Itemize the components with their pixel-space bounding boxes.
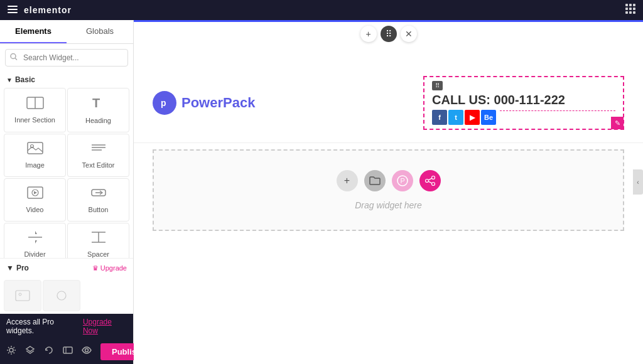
preview-icon[interactable]: [82, 345, 92, 358]
widget-divider-label: Divider: [24, 250, 45, 258]
widget-text-editor[interactable]: Text Editor: [67, 134, 129, 177]
tab-globals[interactable]: Globals: [67, 20, 133, 43]
svg-rect-17: [28, 142, 43, 154]
canvas-inner: + ⠿ ✕ p PowerPack: [134, 20, 643, 364]
arrow-icon: ▼: [6, 264, 14, 272]
widget-grid: Inner Section T Heading: [0, 88, 133, 258]
pro-item-2: [43, 280, 80, 311]
drag-handle[interactable]: ⠿: [432, 81, 443, 90]
youtube-icon[interactable]: ▶: [465, 110, 480, 125]
call-text: CALL US: 000-111-222: [432, 93, 615, 107]
widget-video-label: Video: [26, 206, 44, 213]
drag-template-button[interactable]: P: [392, 170, 413, 191]
widget-heading-label: Heading: [85, 117, 111, 124]
main-layout: Elements Globals ▼ Basic: [0, 20, 643, 364]
image-icon: [27, 142, 43, 158]
svg-line-50: [428, 178, 431, 180]
divider-icon: [27, 231, 43, 247]
search-input[interactable]: [5, 49, 128, 67]
logo-text-pack: Pack: [223, 95, 255, 110]
svg-marker-29: [35, 240, 37, 244]
widget-button-label: Button: [89, 206, 109, 213]
svg-point-37: [9, 348, 13, 352]
logo-area: p PowerPack: [153, 91, 255, 115]
tab-elements[interactable]: Elements: [0, 20, 67, 43]
svg-text:p: p: [161, 98, 166, 108]
pro-item-1: [4, 280, 41, 311]
svg-point-48: [431, 183, 435, 186]
inner-section-icon: [26, 97, 44, 112]
svg-point-35: [19, 293, 21, 296]
twitter-icon[interactable]: t: [448, 110, 463, 125]
widget-button[interactable]: Button: [67, 178, 129, 222]
drag-text: Drag widget here: [355, 200, 422, 210]
spacer-icon: [90, 231, 107, 247]
button-icon: [90, 186, 107, 202]
facebook-icon[interactable]: f: [432, 110, 447, 125]
svg-text:P: P: [400, 177, 404, 185]
logo-text-power: Power: [181, 95, 223, 110]
drag-zone-controls: + P: [337, 170, 441, 191]
canvas-area: + ⠿ ✕ p PowerPack: [134, 20, 643, 364]
widget-image[interactable]: Image: [4, 134, 66, 177]
pro-label: ▼ Pro: [6, 264, 29, 272]
section-basic-label: ▼ Basic: [0, 72, 133, 88]
svg-text:T: T: [92, 96, 100, 110]
svg-point-12: [11, 54, 16, 59]
heading-icon: T: [91, 96, 106, 113]
edit-pencil-button[interactable]: ✎: [611, 117, 624, 129]
svg-marker-24: [34, 191, 37, 195]
search-widget-container: [5, 49, 128, 67]
widget-inner-section[interactable]: Inner Section: [4, 88, 66, 132]
svg-rect-4: [629, 4, 632, 6]
undo-icon[interactable]: [44, 345, 54, 358]
section-arrow-icon: ▼: [6, 77, 13, 83]
behance-icon[interactable]: Be: [481, 110, 496, 125]
video-icon: [27, 186, 43, 202]
layers-icon[interactable]: [25, 345, 35, 358]
drag-share-button[interactable]: [419, 170, 441, 191]
drag-add-button[interactable]: +: [337, 170, 358, 191]
hamburger-icon[interactable]: [8, 4, 18, 16]
svg-rect-3: [625, 4, 628, 6]
brand-name: elementor: [24, 5, 72, 15]
close-section-button[interactable]: ✕: [401, 26, 417, 42]
collapse-arrow[interactable]: ‹: [633, 169, 643, 195]
svg-rect-10: [629, 11, 632, 14]
drag-zone: + P: [153, 149, 624, 231]
header-section: p PowerPack ⠿ CALL US: 000-111-222 f: [134, 63, 643, 143]
logo-text: PowerPack: [181, 95, 255, 111]
svg-rect-5: [633, 4, 635, 6]
svg-rect-9: [625, 11, 628, 14]
svg-point-46: [431, 176, 435, 179]
pro-preview-strip: [0, 277, 133, 314]
settings-icon[interactable]: [6, 345, 16, 358]
widget-spacer[interactable]: Spacer: [67, 223, 129, 258]
svg-point-47: [425, 179, 428, 183]
grid-icon[interactable]: [625, 4, 635, 16]
social-icons-row: f t ▶ Be: [432, 110, 615, 125]
svg-rect-34: [16, 291, 30, 301]
sidebar: Elements Globals ▼ Basic: [0, 20, 134, 364]
svg-rect-2: [8, 12, 18, 13]
svg-rect-6: [625, 8, 628, 10]
upgrade-now-link[interactable]: Upgrade Now: [83, 318, 127, 335]
widget-heading[interactable]: T Heading: [67, 88, 129, 132]
responsive-icon[interactable]: [63, 345, 73, 358]
widget-video[interactable]: Video: [4, 178, 66, 222]
svg-rect-7: [629, 8, 632, 10]
widget-inner-section-label: Inner Section: [14, 116, 55, 124]
svg-marker-38: [26, 346, 34, 351]
section-controls: + ⠿ ✕: [134, 23, 643, 45]
drag-folder-button[interactable]: [364, 170, 386, 191]
widget-image-label: Image: [25, 161, 45, 169]
upgrade-button[interactable]: ♛ Upgrade: [92, 264, 127, 272]
move-section-button[interactable]: ⠿: [381, 26, 397, 42]
bottom-toolbar: Publish ▲: [0, 339, 133, 364]
widget-spacer-label: Spacer: [87, 250, 109, 258]
sidebar-tabs: Elements Globals: [0, 20, 133, 44]
crown-icon: ♛: [92, 264, 99, 272]
widget-divider[interactable]: Divider: [4, 223, 66, 258]
add-section-button[interactable]: +: [360, 26, 377, 42]
text-editor-icon: [90, 142, 107, 158]
